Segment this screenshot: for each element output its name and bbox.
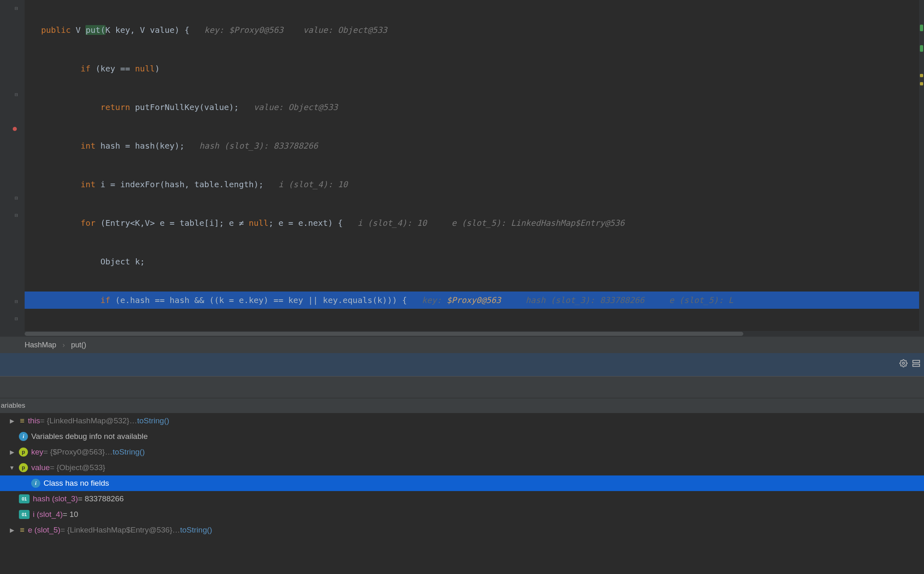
inlay-hint: i (slot_4): 10 <box>264 179 348 189</box>
object-icon: ≡ <box>19 522 25 538</box>
code-line[interactable]: for (Entry<K,V> e = table[i]; e ≠ null; … <box>25 214 924 232</box>
svg-rect-2 <box>913 364 920 367</box>
inlay-hint: key: $Proxy0@563 value: Object@533 <box>189 25 387 35</box>
chevron-down-icon[interactable]: ▼ <box>7 460 16 475</box>
keyword-if: if <box>41 64 90 73</box>
info-text: Class has no fields <box>44 475 109 491</box>
variable-row-info[interactable]: ▶ i Variables debug info not available <box>0 429 924 444</box>
variable-row-key[interactable]: ▶ p key = {$Proxy0@563} … toString() <box>0 444 924 460</box>
var-name: this <box>28 413 40 429</box>
keyword-null: null <box>249 218 269 228</box>
code-text: i = indexFor(hash, table.length); <box>95 179 263 189</box>
var-value: = {Object@533} <box>50 460 105 475</box>
variable-row-hash[interactable]: ▶ 01 hash (slot_3) = 833788266 <box>0 491 924 507</box>
var-name: i (slot_4) <box>33 507 63 522</box>
fold-icon[interactable]: ⊟ <box>11 316 21 324</box>
inlay-hint: key: <box>407 295 446 305</box>
info-icon: i <box>19 432 28 441</box>
keyword-for: for <box>41 218 95 228</box>
inlay-hint: hash (slot_3): 833788266 e (slot_5): L <box>501 295 733 305</box>
var-ellipsis: … <box>129 413 137 429</box>
fold-icon[interactable]: ⊟ <box>11 195 21 203</box>
primitive-icon: 01 <box>19 494 30 503</box>
fold-icon[interactable]: ⊟ <box>11 92 21 100</box>
breadcrumb[interactable]: HashMap › put() <box>0 337 924 353</box>
fold-icon[interactable]: ⊟ <box>11 298 21 307</box>
variable-row-i[interactable]: ▶ 01 i (slot_4) = 10 <box>0 507 924 522</box>
tostring-link[interactable]: toString() <box>113 444 145 460</box>
code-content[interactable]: public V put(K key, V value) { key: $Pro… <box>25 0 924 337</box>
chevron-right-icon[interactable]: ▶ <box>7 413 16 429</box>
variable-row-no-fields[interactable]: i Class has no fields <box>0 475 924 491</box>
var-name: e (slot_5) <box>28 522 60 538</box>
inlay-hint: value: Object@533 <box>239 102 338 112</box>
code-line[interactable]: public V put(K key, V value) { key: $Pro… <box>25 21 924 39</box>
var-value: = {LinkedHashMap$Entry@536} <box>60 522 172 538</box>
keyword-null: null <box>135 64 155 73</box>
code-line[interactable]: int hash = hash(key); hash (slot_3): 833… <box>25 137 924 154</box>
var-value: = {LinkedHashMap@532} <box>40 413 129 429</box>
code-text: K key, V value) { <box>106 25 190 35</box>
var-name: hash (slot_3) <box>33 491 78 507</box>
var-name: value <box>31 460 50 475</box>
variables-tab-label[interactable]: ariables <box>0 398 924 413</box>
breadcrumb-class[interactable]: HashMap <box>25 341 56 349</box>
param-icon: p <box>19 448 28 457</box>
code-line[interactable]: return putForNullKey(value); value: Obje… <box>25 99 924 116</box>
variable-row-value[interactable]: ▼ p value = {Object@533} <box>0 460 924 475</box>
variable-row-this[interactable]: ▶ ≡ this = {LinkedHashMap@532} … toStrin… <box>0 413 924 429</box>
panel-strip <box>0 377 924 398</box>
code-text: putForNullKey(value); <box>130 102 239 112</box>
var-value: = {$Proxy0@563} <box>44 444 105 460</box>
stripe-mark[interactable] <box>920 25 923 31</box>
inlay-hint: i (slot_4): 10 e (slot_5): LinkedHashMap… <box>343 218 625 228</box>
scrollbar-thumb[interactable] <box>25 332 743 336</box>
editor-gutter: ⊟ ⊟ ⊟ ⊟ ⊟ ⊟ <box>0 0 25 337</box>
debug-toolbar <box>0 353 924 377</box>
code-text: hash = hash(key); <box>95 141 184 151</box>
method-highlight: put( <box>85 25 105 35</box>
code-text: (Entry<K,V> e = table[i]; e ≠ <box>95 218 248 228</box>
svg-rect-1 <box>913 360 920 363</box>
inlay-value: $Proxy0@563 <box>446 295 501 305</box>
param-icon: p <box>19 463 28 472</box>
variable-row-e[interactable]: ▶ ≡ e (slot_5) = {LinkedHashMap$Entry@53… <box>0 522 924 538</box>
code-line[interactable]: int i = indexFor(hash, table.length); i … <box>25 176 924 193</box>
stripe-mark[interactable] <box>920 74 923 77</box>
var-value: = 10 <box>63 507 78 522</box>
keyword-int: int <box>41 141 95 151</box>
fold-icon[interactable]: ⊟ <box>11 5 21 14</box>
info-icon: i <box>31 479 40 488</box>
code-text: V <box>71 25 85 35</box>
stripe-mark[interactable] <box>920 82 923 85</box>
chevron-right-icon[interactable]: ▶ <box>7 444 16 460</box>
error-stripe[interactable] <box>919 0 924 331</box>
keyword-public: public <box>41 25 71 35</box>
var-value: = 833788266 <box>78 491 124 507</box>
layout-icon[interactable] <box>912 359 921 370</box>
code-text: (key == <box>90 64 135 73</box>
stripe-mark[interactable] <box>920 45 923 52</box>
keyword-return: return <box>41 102 130 112</box>
var-ellipsis: … <box>105 444 113 460</box>
primitive-icon: 01 <box>19 510 30 519</box>
tostring-link[interactable]: toString() <box>137 413 169 429</box>
breakpoint-icon[interactable] <box>10 126 20 134</box>
keyword-int: int <box>41 179 95 189</box>
chevron-right-icon: › <box>62 341 65 349</box>
horizontal-scrollbar[interactable] <box>25 331 924 337</box>
breadcrumb-method[interactable]: put() <box>71 341 86 349</box>
code-line[interactable]: Object k; <box>25 253 924 270</box>
variables-panel[interactable]: ▶ ≡ this = {LinkedHashMap@532} … toStrin… <box>0 413 924 538</box>
info-text: Variables debug info not available <box>31 429 148 444</box>
object-icon: ≡ <box>19 413 25 429</box>
fold-icon[interactable]: ⊟ <box>11 212 21 220</box>
code-text: Object k; <box>41 257 145 266</box>
execution-point-line[interactable]: if (e.hash == hash && ((k = e.key) == ke… <box>25 292 924 309</box>
tostring-link[interactable]: toString() <box>180 522 212 538</box>
gear-icon[interactable] <box>899 359 908 371</box>
code-editor[interactable]: ⊟ ⊟ ⊟ ⊟ ⊟ ⊟ public V put(K key, V value)… <box>0 0 924 337</box>
var-name: key <box>31 444 44 460</box>
chevron-right-icon[interactable]: ▶ <box>7 522 16 538</box>
code-line[interactable]: if (key == null) <box>25 60 924 77</box>
